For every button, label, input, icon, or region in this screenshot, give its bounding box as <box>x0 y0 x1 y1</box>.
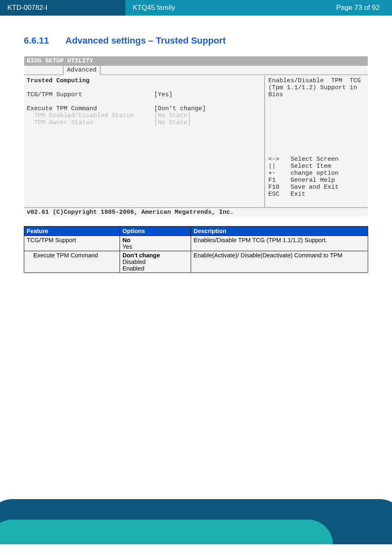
execute-tpm-command-label: Execute TPM Command <box>27 105 154 112</box>
tcg-tpm-support-value[interactable]: [Yes] <box>154 91 173 98</box>
bios-tab-row: Advanced <box>24 66 368 76</box>
cell-feature: Execute TPM Command <box>24 251 120 273</box>
table-row: Execute TPM Command Don't change Disable… <box>24 251 368 273</box>
tpm-owner-status-label: TPM Owner Status <box>27 119 154 126</box>
option-rest: Yes <box>122 243 132 250</box>
top-bar: KTD-00782-I KTQ45 family Page 73 of 92 <box>0 0 392 16</box>
table-row: TCG/TPM Support No Yes Enables/Disable T… <box>24 236 368 251</box>
tcg-tpm-support-label: TCG/TPM Support <box>27 91 154 98</box>
footer-decoration <box>0 495 392 544</box>
cell-options: No Yes <box>120 236 191 251</box>
cell-options: Don't change Disabled Enabled <box>120 251 191 273</box>
execute-tpm-command-value[interactable]: [Don't change] <box>154 105 206 112</box>
th-description: Description <box>191 227 368 236</box>
bios-help-text: Enables/Disable TPM TCG (Tpm 1.1/1.2) Su… <box>268 77 364 98</box>
bios-title-bar: BIOS SETUP UTILITY <box>24 56 368 66</box>
bios-panel: BIOS SETUP UTILITY Advanced Trusted Comp… <box>24 56 368 217</box>
footer-shape-teal <box>0 520 333 544</box>
tab-spacer <box>24 66 63 75</box>
doc-family: KTQ45 family <box>125 0 293 16</box>
bios-footer: v02.61 (C)Copyright 1985-2006, American … <box>24 207 368 217</box>
cell-description: Enables/Disable TPM TCG (TPM 1.1/1.2) Su… <box>191 236 368 251</box>
cell-feature: TCG/TPM Support <box>24 236 120 251</box>
bios-key-help: <-> Select Screen || Select Item +- chan… <box>268 156 364 205</box>
bios-blank <box>27 98 154 105</box>
tpm-enabled-status-value: [No State] <box>154 112 191 119</box>
bios-side-pane: Enables/Disable TPM TCG (Tpm 1.1/1.2) Su… <box>265 76 368 207</box>
option-rest: Disabled Enabled <box>122 259 145 272</box>
tpm-enabled-status-label: TPM Enabled/Disabled Status <box>27 112 154 119</box>
page-number: Page 73 of 92 <box>293 0 392 16</box>
tab-advanced[interactable]: Advanced <box>63 66 101 75</box>
feature-table: Feature Options Description TCG/TPM Supp… <box>24 226 368 273</box>
section-title: Advanced settings – Trusted Support <box>65 35 226 46</box>
table-header-row: Feature Options Description <box>24 227 368 236</box>
bios-main-pane: Trusted Computing TCG/TPM Support [Yes] … <box>24 76 265 207</box>
section-heading: 6.6.11 Advanced settings – Trusted Suppo… <box>24 35 368 46</box>
th-options: Options <box>120 227 191 236</box>
tab-spacer <box>101 66 368 75</box>
doc-id: KTD-00782-I <box>0 0 125 16</box>
th-feature: Feature <box>24 227 120 236</box>
cell-description: Enable(Activate)/ Disable(Deactivate) Co… <box>191 251 368 273</box>
page-body: 6.6.11 Advanced settings – Trusted Suppo… <box>0 16 392 273</box>
option-bold: Don't change <box>122 252 160 259</box>
bios-body: Trusted Computing TCG/TPM Support [Yes] … <box>24 76 368 207</box>
section-number: 6.6.11 <box>24 35 63 46</box>
bios-group-heading: Trusted Computing <box>27 77 154 84</box>
tpm-owner-status-value: [No State] <box>154 119 191 126</box>
option-bold: No <box>122 237 130 243</box>
bios-blank <box>27 84 154 91</box>
